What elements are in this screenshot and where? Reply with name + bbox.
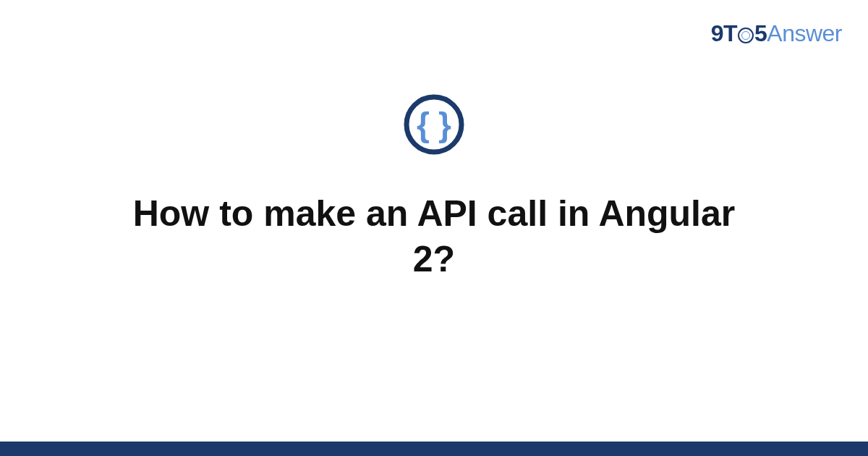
right-brace-glyph: } [438, 106, 451, 143]
logo-text-answer: Answer [767, 20, 842, 46]
site-logo[interactable]: 9T5Answer [711, 20, 842, 47]
left-brace-glyph: { [417, 106, 430, 143]
code-braces-icon: { } [402, 93, 466, 156]
logo-o-icon [737, 20, 754, 47]
logo-text-9t: 9T [711, 20, 737, 46]
svg-point-0 [407, 97, 461, 152]
page-title: How to make an API call in Angular 2? [109, 191, 760, 282]
footer-accent-bar [0, 442, 868, 456]
logo-text-5: 5 [754, 20, 767, 46]
main-content: { } How to make an API call in Angular 2… [0, 93, 868, 282]
